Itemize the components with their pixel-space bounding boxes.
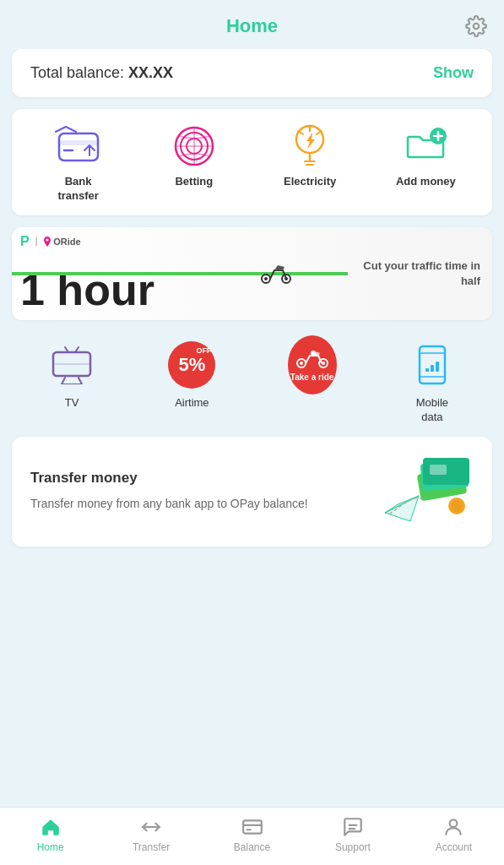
action-electricity[interactable]: Electricity bbox=[252, 124, 368, 189]
money-illustration bbox=[372, 454, 474, 530]
take-a-ride-label: Take a ride bbox=[290, 373, 334, 383]
airtime-percent: 5% bbox=[178, 356, 205, 374]
svg-rect-2 bbox=[59, 140, 98, 145]
betting-label: Betting bbox=[175, 175, 213, 189]
add-money-icon-container bbox=[401, 124, 450, 168]
banner-line bbox=[12, 272, 348, 275]
betting-icon bbox=[172, 124, 216, 168]
svg-point-0 bbox=[474, 24, 480, 30]
motorcycle-icon bbox=[296, 347, 328, 369]
transfer-nav-label: Transfer bbox=[133, 841, 170, 853]
svg-line-27 bbox=[79, 378, 82, 384]
balance-icon-container bbox=[241, 816, 263, 838]
balance-amount: XX.XX bbox=[128, 64, 173, 81]
bank-transfer-icon bbox=[54, 125, 103, 167]
support-icon bbox=[342, 816, 364, 838]
mobile-data-icon-container bbox=[408, 340, 457, 389]
ride-icon-container: Take a ride bbox=[288, 340, 337, 389]
bottom-navigation: Home Transfer Balance bbox=[0, 807, 504, 865]
bank-transfer-icon-container bbox=[54, 124, 103, 168]
balance-nav-label: Balance bbox=[234, 841, 270, 853]
scooter-icon bbox=[259, 260, 293, 284]
bank-transfer-label: Banktransfer bbox=[57, 175, 98, 204]
svg-line-26 bbox=[62, 378, 65, 384]
settings-button[interactable] bbox=[465, 15, 487, 40]
svg-rect-41 bbox=[436, 362, 439, 372]
airtime-icon-container: OFF 5% bbox=[167, 340, 216, 389]
service-airtime[interactable]: OFF 5% Airtime bbox=[132, 340, 252, 411]
bottom-spacer bbox=[0, 558, 504, 626]
svg-point-23 bbox=[285, 277, 288, 280]
account-icon-container bbox=[442, 816, 464, 838]
transfer-description: Transfer money from any bank app to OPay… bbox=[30, 495, 372, 513]
services-section: TV OFF 5% Airtime bbox=[12, 332, 492, 425]
quick-actions-card: Banktransfer Betting bbox=[12, 109, 492, 215]
transfer-image bbox=[372, 454, 474, 530]
location-icon bbox=[43, 237, 51, 247]
transfer-title: Transfer money bbox=[30, 470, 372, 487]
show-balance-button[interactable]: Show bbox=[433, 64, 474, 82]
mobile-data-label: Mobiledata bbox=[416, 396, 448, 425]
support-icon-container bbox=[342, 816, 364, 838]
nav-transfer[interactable]: Transfer bbox=[100, 816, 201, 853]
home-icon-container bbox=[40, 816, 62, 838]
service-tv[interactable]: TV bbox=[12, 340, 132, 411]
tv-icon bbox=[50, 345, 94, 384]
betting-icon-container bbox=[170, 124, 219, 168]
svg-point-55 bbox=[450, 819, 458, 827]
banner-logo: P | ORide bbox=[20, 234, 81, 249]
transfer-icon-container bbox=[140, 816, 162, 838]
header: Home bbox=[0, 0, 504, 49]
balance-icon bbox=[241, 816, 263, 838]
nav-balance[interactable]: Balance bbox=[202, 816, 302, 853]
p-logo: P bbox=[20, 234, 30, 249]
transfer-icon bbox=[140, 816, 162, 838]
nav-home[interactable]: Home bbox=[0, 816, 100, 853]
nav-account[interactable]: Account bbox=[404, 816, 504, 853]
svg-rect-39 bbox=[425, 368, 429, 372]
action-bank-transfer[interactable]: Banktransfer bbox=[20, 124, 136, 204]
actions-grid: Banktransfer Betting bbox=[20, 124, 484, 204]
airtime-off-label: OFF bbox=[196, 346, 211, 355]
banner-scooter bbox=[259, 260, 293, 287]
service-mobile-data[interactable]: Mobiledata bbox=[372, 340, 492, 425]
electricity-label: Electricity bbox=[284, 175, 336, 189]
add-money-label: Add money bbox=[396, 175, 456, 189]
promo-banner[interactable]: P | ORide 1 hour Cut your traffic time i… bbox=[12, 227, 492, 320]
airtime-badge: OFF 5% bbox=[168, 341, 215, 389]
account-icon bbox=[442, 816, 464, 838]
svg-point-35 bbox=[322, 362, 325, 365]
home-icon bbox=[40, 816, 62, 838]
gear-icon bbox=[465, 15, 487, 37]
transfer-money-card: Transfer money Transfer money from any b… bbox=[12, 437, 492, 547]
electricity-icon bbox=[291, 122, 328, 170]
action-add-money[interactable]: Add money bbox=[368, 124, 484, 189]
svg-marker-42 bbox=[385, 496, 419, 521]
svg-rect-47 bbox=[430, 465, 447, 475]
tv-icon-container bbox=[47, 340, 96, 389]
banner-tagline: Cut your traffic time in half bbox=[345, 258, 480, 289]
home-nav-label: Home bbox=[37, 841, 64, 853]
account-nav-label: Account bbox=[436, 841, 472, 853]
service-take-a-ride[interactable]: Take a ride bbox=[252, 340, 372, 396]
support-nav-label: Support bbox=[335, 841, 371, 853]
electricity-icon-container bbox=[285, 124, 334, 168]
mobile-data-icon bbox=[413, 343, 452, 387]
airtime-label: Airtime bbox=[175, 396, 209, 411]
tv-label: TV bbox=[65, 396, 79, 411]
action-betting[interactable]: Betting bbox=[136, 124, 252, 189]
add-money-icon bbox=[401, 125, 450, 167]
oride-label: ORide bbox=[53, 237, 80, 247]
svg-rect-50 bbox=[243, 820, 262, 833]
balance-label: Total balance: XX.XX bbox=[30, 64, 173, 82]
services-grid: TV OFF 5% Airtime bbox=[12, 332, 492, 425]
balance-card: Total balance: XX.XX Show bbox=[12, 49, 492, 97]
banner-inner: P | ORide 1 hour Cut your traffic time i… bbox=[12, 227, 492, 320]
svg-point-34 bbox=[300, 362, 303, 365]
svg-point-22 bbox=[264, 277, 268, 280]
svg-point-49 bbox=[451, 500, 463, 512]
svg-point-33 bbox=[311, 351, 316, 356]
nav-support[interactable]: Support bbox=[302, 816, 403, 853]
transfer-text: Transfer money Transfer money from any b… bbox=[30, 470, 372, 513]
svg-rect-40 bbox=[431, 365, 434, 372]
